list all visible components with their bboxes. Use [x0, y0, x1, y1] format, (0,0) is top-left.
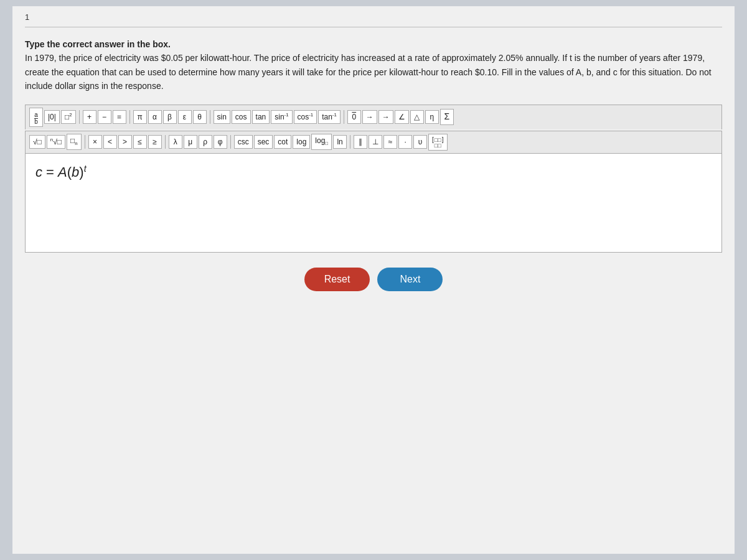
toolbar-subscript[interactable]: □n	[67, 134, 82, 149]
toolbar-lt[interactable]: <	[103, 135, 117, 149]
separator	[25, 27, 722, 27]
toolbar-eta[interactable]: η	[425, 110, 439, 124]
toolbar-fraction[interactable]: ab	[29, 108, 43, 127]
toolbar-log[interactable]: log	[293, 135, 310, 149]
toolbar-phi[interactable]: φ	[214, 135, 227, 149]
toolbar-matrix[interactable]: [□□□□]	[428, 134, 447, 151]
instructions: Type the correct answer in the box. In 1…	[25, 37, 722, 93]
toolbar-sin[interactable]: sin	[214, 110, 230, 124]
problem-text: In 1979, the price of electricity was $0…	[25, 53, 712, 91]
toolbar-times[interactable]: ×	[88, 135, 102, 149]
toolbar-overline[interactable]: 0	[347, 110, 361, 124]
toolbar-arcsin[interactable]: sin-1	[271, 110, 292, 124]
instruction-type: Type the correct answer in the box.	[25, 39, 171, 49]
toolbar-beta[interactable]: β	[163, 110, 177, 124]
math-toolbar-row1: ab |0| □2 + − = π α β ε θ sin cos tan si…	[25, 105, 722, 129]
toolbar-abs[interactable]: |0|	[44, 110, 60, 124]
math-toolbar-row2: √□ n√□ □n × < > ≤ ≥ λ μ ρ φ csc sec cot …	[25, 131, 722, 153]
question-number: 1	[25, 12, 722, 22]
toolbar-triangle[interactable]: △	[410, 110, 424, 124]
toolbar-sigma[interactable]: Σ	[440, 109, 454, 125]
formula-display: c = A(b)t	[35, 164, 87, 180]
page-container: 1 Type the correct answer in the box. In…	[12, 6, 735, 554]
toolbar-sep3	[210, 110, 210, 124]
toolbar-epsilon[interactable]: ε	[178, 110, 192, 124]
toolbar-sep7	[230, 135, 231, 149]
toolbar-perp[interactable]: ⊥	[369, 135, 382, 149]
toolbar-sep2	[129, 110, 130, 124]
toolbar-sep5	[85, 135, 85, 149]
toolbar-rho[interactable]: ρ	[199, 135, 212, 149]
toolbar-sep1	[79, 110, 80, 124]
toolbar-sep6	[165, 135, 166, 149]
toolbar-rightarrow2[interactable]: →	[378, 110, 393, 124]
toolbar-dot[interactable]: ·	[398, 135, 412, 149]
toolbar-geq[interactable]: ≥	[148, 135, 162, 149]
toolbar-approx[interactable]: ≈	[383, 135, 397, 149]
toolbar-sep4	[344, 110, 344, 124]
toolbar-logb[interactable]: log□	[311, 134, 332, 149]
reset-button[interactable]: Reset	[304, 268, 370, 291]
toolbar-upsilon[interactable]: υ	[413, 135, 427, 149]
toolbar-gt[interactable]: >	[118, 135, 132, 149]
toolbar-pi[interactable]: π	[133, 110, 147, 124]
toolbar-lambda[interactable]: λ	[169, 135, 182, 149]
toolbar-parallel[interactable]: ∥	[354, 135, 367, 149]
next-button[interactable]: Next	[377, 268, 443, 291]
button-row: Reset Next	[25, 268, 722, 291]
toolbar-angle[interactable]: ∠	[395, 110, 409, 124]
toolbar-cot[interactable]: cot	[274, 135, 291, 149]
toolbar-cos[interactable]: cos	[232, 110, 251, 124]
toolbar-theta[interactable]: θ	[193, 110, 207, 124]
toolbar-equals[interactable]: =	[113, 110, 126, 124]
toolbar-csc[interactable]: csc	[234, 135, 253, 149]
toolbar-minus[interactable]: −	[98, 110, 111, 124]
toolbar-alpha[interactable]: α	[148, 110, 162, 124]
toolbar-square[interactable]: □2	[61, 110, 76, 124]
toolbar-leq[interactable]: ≤	[133, 135, 147, 149]
math-input-area[interactable]: c = A(b)t	[25, 153, 722, 253]
toolbar-sqrt[interactable]: √□	[29, 135, 45, 149]
toolbar-ln[interactable]: ln	[333, 135, 347, 149]
toolbar-plus[interactable]: +	[83, 110, 96, 124]
toolbar-nthroot[interactable]: n√□	[47, 135, 65, 149]
toolbar-rightarrow[interactable]: →	[362, 110, 377, 124]
toolbar-sec[interactable]: sec	[254, 135, 273, 149]
toolbar-mu[interactable]: μ	[184, 135, 197, 149]
toolbar-arccos[interactable]: cos-1	[294, 110, 317, 124]
toolbar-sep8	[350, 135, 350, 149]
toolbar-arctan[interactable]: tan-1	[318, 110, 341, 124]
toolbar-tan[interactable]: tan	[252, 110, 270, 124]
